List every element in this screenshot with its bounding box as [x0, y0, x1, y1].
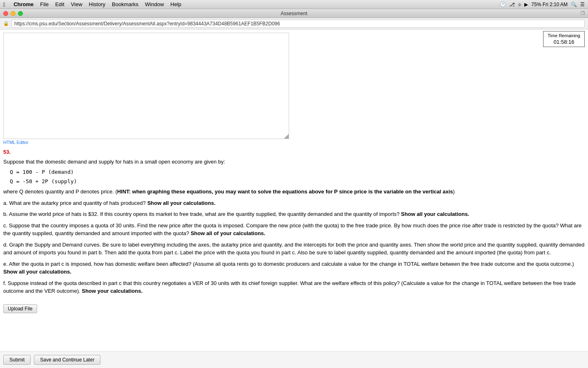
bluetooth-icon: ⎇: [509, 2, 515, 7]
question-hint: where Q denotes quantity and P denotes p…: [3, 188, 585, 196]
bottom-bar: Submit Save and Continue Later: [0, 351, 588, 368]
window-menu[interactable]: Window: [145, 1, 164, 7]
resize-handle[interactable]: [284, 134, 289, 139]
chrome-menu[interactable]: Chrome: [13, 1, 33, 7]
question-part-d: d. Graph the Supply and Demand curves. B…: [3, 241, 585, 257]
address-bar: 🔒 https://cms.psu.edu/Section/Assessment…: [0, 18, 588, 29]
resize-icon[interactable]: ❐: [581, 11, 585, 16]
help-menu[interactable]: Help: [170, 1, 181, 7]
question-section: 53. Suppose that the domestic demand and…: [0, 146, 588, 300]
lock-icon: 🔒: [3, 21, 9, 26]
maximize-button[interactable]: [18, 11, 23, 16]
page-content: Time Remaining 01:58:16 HTML Editor 53. …: [0, 29, 588, 368]
minimize-button[interactable]: [11, 11, 16, 16]
question-part-a: a. What are the autarky price and quanti…: [3, 199, 585, 207]
question-part-e: e. After the quota in part c is imposed,…: [3, 260, 585, 276]
submit-button[interactable]: Submit: [3, 355, 31, 365]
question-intro: Suppose that the domestic demand and sup…: [3, 158, 585, 166]
edit-menu[interactable]: Edit: [55, 1, 64, 7]
search-icon[interactable]: 🔍: [571, 2, 577, 7]
view-menu[interactable]: View: [71, 1, 82, 7]
list-icon[interactable]: ☰: [580, 2, 585, 7]
apple-menu[interactable]: : [3, 1, 5, 8]
equation-1: Q = 100 - P (demand): [10, 168, 585, 176]
file-menu[interactable]: File: [40, 1, 49, 7]
wifi-icon: ⌽: [518, 2, 521, 7]
upload-section: Upload File: [3, 304, 585, 313]
window-controls: [3, 11, 23, 16]
upload-file-button[interactable]: Upload File: [3, 304, 37, 313]
url-input[interactable]: https://cms.psu.edu/Section/Assessment/D…: [11, 20, 585, 28]
time-remaining-value: 01:58:16: [548, 39, 580, 45]
clock-icon: 🕐: [500, 2, 506, 7]
volume-icon: ▶: [524, 2, 528, 7]
question-number: 53.: [3, 148, 585, 156]
question-part-f: f. Suppose instead of the quota describe…: [3, 279, 585, 295]
question-part-b: b. Assume the world price of hats is $32…: [3, 210, 585, 218]
status-icons: 🕐 ⎇ ⌽ ▶ 75% Fri 2:10 AM 🔍 ☰: [500, 2, 585, 7]
answer-editor-area: [3, 33, 289, 139]
menu-bar:  Chrome File Edit View History Bookmark…: [0, 0, 588, 9]
title-bar: Assessment ❐: [0, 9, 588, 18]
close-button[interactable]: [3, 11, 8, 16]
equation-2: Q = -50 + 2P (supply): [10, 177, 585, 186]
window-title: Assessment: [281, 11, 307, 16]
time-remaining-label: Time Remaining: [548, 33, 580, 38]
answer-textarea[interactable]: [4, 33, 289, 139]
history-menu[interactable]: History: [89, 1, 105, 7]
time-remaining-box: Time Remaining 01:58:16: [543, 31, 585, 47]
bookmarks-menu[interactable]: Bookmarks: [112, 1, 138, 7]
save-continue-button[interactable]: Save and Continue Later: [34, 355, 100, 365]
question-part-c: c. Suppose that the country imposes a qu…: [3, 222, 585, 238]
html-editor-link[interactable]: HTML Editor: [3, 140, 28, 145]
battery-status: 75% Fri 2:10 AM: [531, 2, 568, 7]
